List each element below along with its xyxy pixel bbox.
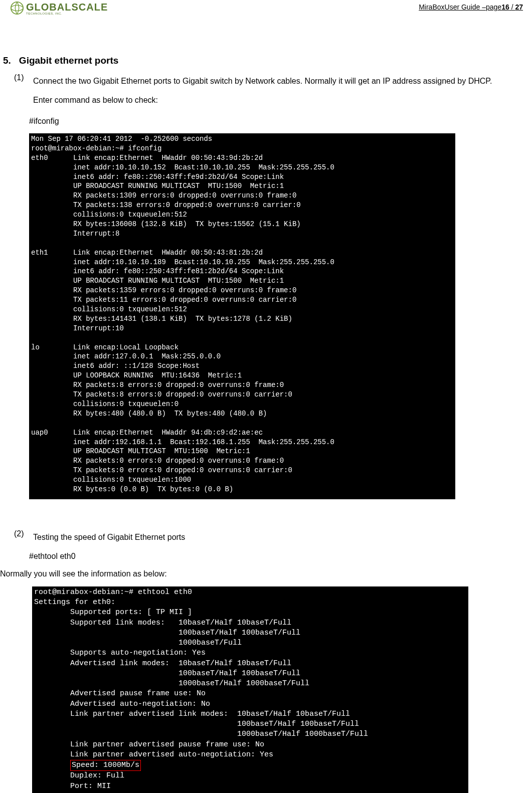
page-number: MiraBoxUser Guide –page16 / 27 — [419, 1, 523, 11]
step-1-line2: Enter command as below to check: — [33, 92, 532, 108]
step-text: Testing the speed of Gigabit Ethernet po… — [33, 529, 532, 545]
step-number: (2) — [14, 529, 28, 545]
terminal-line: 100baseT/Half 100baseT/Full — [34, 669, 466, 679]
step-2: (2) Testing the speed of Gigabit Etherne… — [14, 529, 532, 545]
terminal-line: 1000baseT/Half 1000baseT/Full — [34, 729, 466, 739]
page-current: 16 — [501, 3, 509, 11]
command-ethtool: #ethtool eth0 — [29, 548, 532, 564]
terminal-line: Advertised link modes: 10baseT/Half 10ba… — [34, 659, 466, 669]
terminal-line: root@mirabox-debian:~# ethtool eth0 — [34, 587, 466, 598]
svg-point-0 — [11, 2, 23, 14]
brand-text: GLOBALSCALE TECHNOLOGIES, INC. — [26, 2, 108, 15]
terminal-line: Supported ports: [ TP MII ] — [34, 608, 466, 618]
terminal-line-speed: Speed: 1000Mb/s — [34, 760, 466, 771]
brand-name: GLOBALSCALE — [26, 2, 108, 13]
terminal-line: Advertised pause frame use: No — [34, 689, 466, 699]
terminal-line: 1000baseT/Half 1000baseT/Full — [34, 679, 466, 689]
section-number: 5. — [3, 55, 11, 66]
page-total: 27 — [515, 3, 523, 11]
section-heading: 5. Gigabit ethernet ports — [3, 55, 532, 66]
terminal-line: Port: MII — [34, 781, 466, 791]
highlight-speed: Speed: 1000Mb/s — [70, 760, 141, 771]
terminal-line: Supported link modes: 10baseT/Half 10bas… — [34, 618, 466, 628]
brand-logo: GLOBALSCALE TECHNOLOGIES, INC. — [10, 1, 108, 15]
terminal-line: 100baseT/Half 100baseT/Full — [34, 719, 466, 729]
step-text: Connect the two Gigabit Ethernet ports t… — [33, 73, 532, 89]
terminal-line: Supports auto-negotiation: Yes — [34, 648, 466, 658]
terminal-line: Duplex: Full — [34, 771, 466, 781]
section-title: Gigabit ethernet ports — [19, 55, 118, 66]
page-prefix: MiraBoxUser Guide –page — [419, 3, 501, 11]
page-sep: / — [509, 3, 515, 11]
page-header: GLOBALSCALE TECHNOLOGIES, INC. MiraBoxUs… — [0, 0, 532, 15]
terminal-output-ifconfig: Mon Sep 17 06:20:41 2012 -0.252600 secon… — [29, 133, 455, 499]
step-1: (1) Connect the two Gigabit Ethernet por… — [14, 73, 532, 89]
terminal-line: Link partner advertised auto-negotiation… — [34, 750, 466, 760]
svg-point-1 — [11, 5, 23, 11]
terminal-line: 1000baseT/Full — [34, 638, 466, 648]
normally-text: Normally you will see the information as… — [0, 569, 532, 578]
terminal-output-ethtool: root@mirabox-debian:~# ethtool eth0Setti… — [32, 586, 468, 793]
terminal-line: Link partner advertised pause frame use:… — [34, 740, 466, 750]
step-number: (1) — [14, 73, 28, 89]
terminal-line: 100baseT/Half 100baseT/Full — [34, 628, 466, 638]
globe-icon — [10, 1, 24, 15]
terminal-line: Settings for eth0: — [34, 598, 466, 608]
terminal-line: Link partner advertised link modes: 10ba… — [34, 709, 466, 719]
command-ifconfig: #ifconfig — [29, 113, 532, 129]
document-page: GLOBALSCALE TECHNOLOGIES, INC. MiraBoxUs… — [0, 0, 532, 793]
terminal-line: Advertised auto-negotiation: No — [34, 699, 466, 709]
